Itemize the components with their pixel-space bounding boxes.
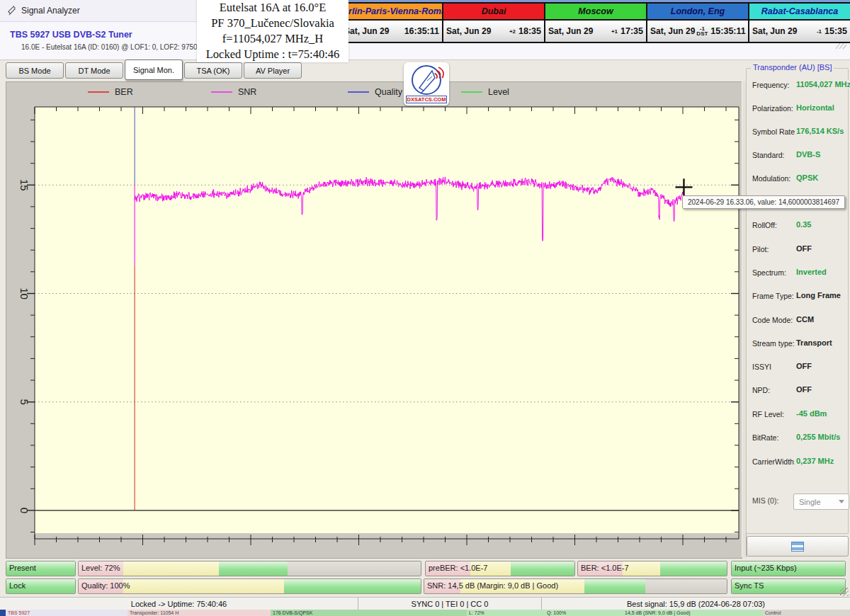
y-axis-label-15: 15 xyxy=(18,179,30,191)
clock-city-label: Dubai xyxy=(443,4,544,21)
bar-snr: SNR: 14,5 dB (Margin: 9,0 dB | Good) xyxy=(424,578,727,594)
clock-date: Sat, Jun 29 xyxy=(650,26,695,36)
clock-time: 15:35:11 xyxy=(710,26,745,36)
dxsatcs-dish-logo-icon xyxy=(404,62,449,98)
clock-date: Sat, Jun 29 xyxy=(344,26,389,36)
statusbar-sync-counters: SYNC 0 | TEI 0 | CC 0 xyxy=(358,598,542,610)
plot-area[interactable] xyxy=(35,107,739,533)
strip-segment-5: Q: 100% xyxy=(545,610,623,616)
tp-field-value: OFF xyxy=(795,385,812,394)
clock-city-label: London, Eng xyxy=(647,4,748,21)
tab-tsa-ok-[interactable]: TSA (OK) xyxy=(184,62,242,79)
window-title: Signal Analyzer xyxy=(21,6,80,16)
statusbar: Locked -> Uptime: 75:40:46 SYNC 0 | TEI … xyxy=(0,597,850,610)
tab-bs-mode[interactable]: BS Mode xyxy=(6,62,64,79)
clock-time-row: Sat, Jun 2916:35:11 xyxy=(341,21,442,42)
tp-field-label: Frequency: xyxy=(752,81,790,89)
clock-utc-offset: +2 xyxy=(508,29,517,34)
tp-field-modulation-: Modulation:QPSK xyxy=(752,174,847,185)
tp-field-npd-: NPD:OFF xyxy=(752,386,847,397)
chevron-down-icon xyxy=(839,500,844,503)
tab-av-player[interactable]: AV Player xyxy=(244,62,302,79)
window-titlebar: Signal Analyzer xyxy=(0,0,197,22)
tp-field-value: 0,237 MHz xyxy=(795,457,834,465)
tp-field-label: BitRate: xyxy=(752,433,778,442)
tp-field-value: QPSK xyxy=(795,173,818,182)
clock-1: DubaiSat, Jun 29+218:35 xyxy=(443,4,545,42)
statusbar-best-signal: Best signal: 15,9 dB (2024-06-28 07:03) xyxy=(542,598,850,610)
tp-field-spectrum-: Spectrum:Inverted xyxy=(752,268,847,279)
y-axis-label-5: 5 xyxy=(18,399,30,404)
clock-utc-offset: +1 xyxy=(610,29,619,34)
tp-field-label: Stream type: xyxy=(752,339,795,348)
tab-dt-mode[interactable]: DT Mode xyxy=(65,62,123,79)
bar-input: Input (~235 Kbps) xyxy=(731,561,846,576)
bar-segment-green xyxy=(284,579,421,593)
tp-field-value: CCM xyxy=(795,315,814,324)
chart-value-tooltip: 2024-06-29 16.33.06, value: 14,600000381… xyxy=(682,195,845,209)
clock-utc-offset: -1 xyxy=(815,29,823,34)
y-axis-label-0: 0 xyxy=(18,508,30,513)
bar-track xyxy=(79,561,421,576)
clock-time-row: Sat, Jun 29+117:35 xyxy=(545,21,646,42)
signal-chart-panel: BERSNRQualityLevel 051015 xyxy=(6,81,742,559)
bar-present: Present xyxy=(6,561,76,576)
strip-segment-4: L: 72% xyxy=(467,610,545,616)
clock-4: Rabat-CasablancaSat, Jun 29-115:35 xyxy=(749,4,850,42)
bar-quality: Quality: 100% xyxy=(78,578,421,594)
clock-time: 17:35 xyxy=(620,26,643,36)
resize-grip-icon[interactable] xyxy=(840,588,849,596)
panel-action-button[interactable] xyxy=(747,536,849,557)
strip-segment-6: 14,5 dB (SNR: 9,0 dB | Good) xyxy=(623,610,764,616)
clock-time-row: Sat, Jun 29+218:35 xyxy=(443,21,544,42)
bar-segment-green xyxy=(219,561,288,576)
tp-field-value: Long Frame xyxy=(795,291,841,300)
bar-label: Sync TS xyxy=(735,579,764,593)
tp-field-value: 11054,027 MHz xyxy=(795,80,850,89)
status-indicator-bars: PresentLevel: 72%preBER: <1.0E-7BER: <1.… xyxy=(0,557,850,597)
strip-segment-3: 176 DVB-S/QPSK xyxy=(271,610,468,616)
tp-field-label: Modulation: xyxy=(752,174,790,183)
tp-field-label: RollOff: xyxy=(752,221,777,229)
tp-field-bitrate-: BitRate:0,255 Mbit/s xyxy=(752,433,847,444)
statusbar-locked-uptime: Locked -> Uptime: 75:40:46 xyxy=(0,598,358,610)
bar-segment-green xyxy=(660,561,727,576)
tp-field-frame-type-: Frame Type:Long Frame xyxy=(752,292,847,302)
signal-chart[interactable]: 051015 xyxy=(6,82,740,557)
clock-time: 16:35:11 xyxy=(404,26,439,36)
tp-field-value: OFF xyxy=(795,244,812,253)
tp-field-frequency-: Frequency:11054,027 MHz xyxy=(752,81,847,91)
clock-time-row: Sat, Jun 29-1DST15:35:11 xyxy=(647,21,748,42)
tp-field-standard-: Standard:DVB-S xyxy=(752,151,847,161)
bar-label: BER: <1.0E-7 xyxy=(581,561,629,575)
tp-field-value: Inverted xyxy=(795,268,827,276)
tp-field-label: Spectrum: xyxy=(752,268,786,277)
bar-segment-green xyxy=(511,561,574,576)
tp-field-label: Pilot: xyxy=(752,245,769,253)
tp-field-label: CarrierWidth: xyxy=(752,457,796,466)
overlay-line-uptime: Locked Uptime : t=75:40:46 xyxy=(197,47,348,62)
tp-field-value: DVB-S xyxy=(795,150,820,159)
station-overlay-title: Eutelsat 16A at 16.0°E PF 370_Lučenec/Sl… xyxy=(197,0,348,62)
tp-field-stream-type-: Stream type:Transport xyxy=(752,339,847,350)
clock-3: London, EngSat, Jun 29-1DST15:35:11 xyxy=(647,4,749,42)
clock-2: MoscowSat, Jun 29+117:35 xyxy=(545,4,647,42)
tp-field-rf-level-: RF Level:-45 dBm xyxy=(752,410,847,421)
tp-field-value: Transport xyxy=(795,338,832,347)
clock-utc-offset: -1DST xyxy=(695,26,709,36)
tab-signal-mon-[interactable]: Signal Mon. xyxy=(125,59,183,80)
overlay-line-satellite: Eutelsat 16A at 16.0°E xyxy=(197,0,348,16)
signal-analyzer-window: Signal Analyzer TBS 5927 USB DVB-S2 Tune… xyxy=(0,0,850,616)
bar-segment-yellow xyxy=(123,579,284,593)
clock-date: Sat, Jun 29 xyxy=(752,26,797,36)
transponder-title: Transponder (AU) [BS] xyxy=(751,63,834,72)
mis-select[interactable]: Single xyxy=(793,494,849,510)
tp-field-label: ISSYI xyxy=(752,363,771,371)
tp-field-issyi: ISSYIOFF xyxy=(752,363,847,373)
clock-city-label: Berlin-Paris-Vienna-Roma xyxy=(341,4,442,21)
tp-field-value: -45 dBm xyxy=(795,409,827,418)
strip-segment-7: Control xyxy=(763,610,850,616)
bar-label: Level: 72% xyxy=(81,561,120,575)
overlay-line-frequency: f=11054,027 MHz_H xyxy=(197,31,348,47)
mis-selected-value: Single xyxy=(799,498,821,506)
